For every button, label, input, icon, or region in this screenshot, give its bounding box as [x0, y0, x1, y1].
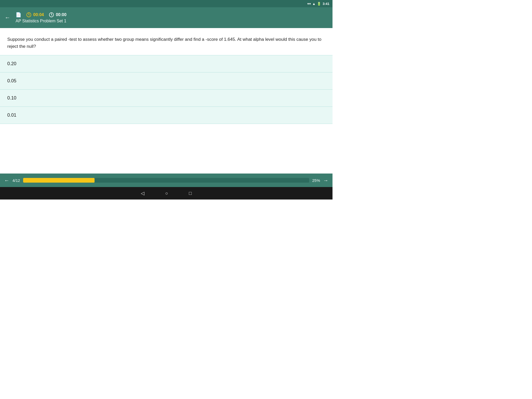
- option-item-2[interactable]: 0.05: [0, 72, 332, 89]
- app-bar: ← 📄 00:04 00:00: [0, 7, 332, 28]
- progress-percent: 25%: [312, 178, 320, 183]
- wifi-icon: ▾▾: [307, 2, 311, 6]
- android-recent-icon: □: [189, 191, 192, 196]
- option-item-4[interactable]: 0.01: [0, 107, 332, 124]
- content-spacer: [0, 124, 332, 174]
- option-item-3[interactable]: 0.10: [0, 89, 332, 107]
- document-icon: 📄: [16, 12, 21, 18]
- signal-icon: ▲: [312, 2, 316, 6]
- option-label-1: 0.20: [7, 61, 16, 66]
- android-home-button[interactable]: ○: [165, 191, 168, 196]
- next-icon: →: [323, 177, 328, 183]
- question-area: Suppose you conduct a paired -test to as…: [0, 28, 332, 55]
- option-label-3: 0.10: [7, 95, 16, 101]
- timer-row: 📄 00:04 00:00: [16, 12, 66, 18]
- android-back-icon: ◁: [141, 191, 144, 196]
- progress-bar-container: [23, 178, 309, 183]
- clock-icon-yellow: [26, 12, 32, 18]
- page-info: 4/12: [12, 178, 20, 183]
- options-container: 0.20 0.05 0.10 0.01: [0, 55, 332, 124]
- app-bar-info: 📄 00:04 00:00 AP Statistics: [16, 12, 66, 23]
- next-button[interactable]: →: [323, 177, 328, 183]
- app-bar-title: AP Statistics Problem Set 1: [16, 19, 66, 23]
- progress-bar-fill: [23, 178, 95, 183]
- option-label-2: 0.05: [7, 78, 16, 84]
- android-back-button[interactable]: ◁: [141, 190, 144, 196]
- option-label-4: 0.01: [7, 112, 16, 118]
- status-icons: ▾▾ ▲ 🔋: [307, 2, 321, 6]
- timer-value-white: 00:00: [56, 12, 66, 17]
- back-button[interactable]: ←: [5, 14, 10, 21]
- option-item-1[interactable]: 0.20: [0, 55, 332, 72]
- question-text: Suppose you conduct a paired -test to as…: [7, 36, 325, 50]
- status-bar: ▾▾ ▲ 🔋 3:41: [0, 0, 332, 7]
- timer-item-white: 00:00: [49, 12, 66, 18]
- android-home-icon: ○: [165, 191, 168, 196]
- timer-item-yellow: 00:04: [26, 12, 44, 18]
- svg-line-5: [51, 15, 52, 15]
- status-time: 3:41: [323, 2, 329, 6]
- timer-value-yellow: 00:04: [33, 12, 44, 17]
- bottom-nav-bar: ← 4/12 25% →: [0, 174, 332, 187]
- clock-icon-white: [49, 12, 54, 18]
- android-recent-button[interactable]: □: [189, 191, 192, 196]
- system-nav: ◁ ○ □: [0, 187, 332, 200]
- prev-button[interactable]: ←: [4, 177, 9, 183]
- svg-line-2: [29, 15, 30, 15]
- prev-icon: ←: [4, 177, 9, 183]
- back-icon: ←: [5, 14, 10, 21]
- battery-icon: 🔋: [317, 2, 321, 6]
